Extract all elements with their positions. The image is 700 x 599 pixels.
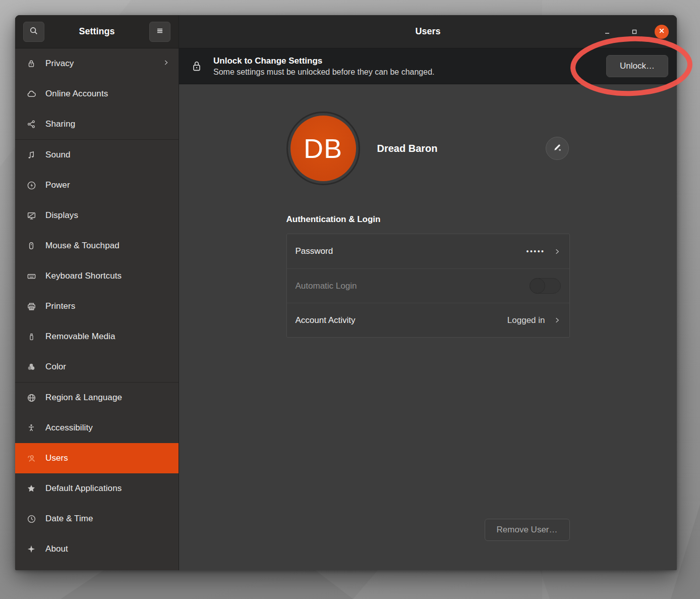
search-button[interactable]	[23, 22, 44, 42]
display-icon	[26, 210, 36, 221]
clock-icon	[26, 514, 36, 524]
account-activity-row[interactable]: Account Activity Logged in	[287, 303, 569, 337]
avatar: DB	[290, 116, 356, 181]
avatar-ring: DB	[286, 112, 360, 185]
sidebar-list: Privacy Online Accounts	[15, 48, 179, 570]
sidebar-item-default-applications[interactable]: Default Applications	[15, 473, 179, 504]
sidebar-item-online-accounts[interactable]: Online Accounts	[15, 79, 179, 109]
sidebar-item-color[interactable]: Color	[15, 352, 179, 382]
chevron-right-icon	[162, 59, 169, 69]
sidebar-item-displays[interactable]: Displays	[15, 200, 179, 231]
close-icon	[658, 27, 665, 36]
sidebar-item-printers[interactable]: Printers	[15, 291, 179, 321]
sidebar-item-accessibility[interactable]: Accessibility	[15, 413, 179, 443]
maximize-button[interactable]	[627, 25, 641, 39]
sidebar-item-label: Accessibility	[45, 423, 169, 433]
sidebar-header: Settings	[15, 15, 179, 48]
power-icon	[26, 180, 36, 190]
color-circles-icon	[26, 362, 36, 372]
sidebar-item-about[interactable]: About	[15, 534, 179, 564]
sidebar-item-label: Users	[45, 453, 169, 463]
toggle-knob	[530, 278, 545, 294]
lock-icon	[191, 60, 202, 72]
cloud-icon	[26, 89, 36, 99]
headerbar: Users	[179, 15, 677, 48]
unlock-banner: Unlock to Change Settings Some settings …	[179, 48, 677, 84]
sidebar-item-label: Sound	[45, 150, 169, 160]
share-icon	[26, 119, 36, 129]
sidebar-item-label: Removable Media	[45, 332, 169, 342]
sidebar-item-label: Region & Language	[45, 393, 169, 403]
sidebar-item-label: Sharing	[45, 119, 169, 129]
unlock-banner-title: Unlock to Change Settings	[213, 56, 435, 66]
sidebar-item-label: Privacy	[45, 59, 162, 69]
user-name: Dread Baron	[377, 143, 438, 154]
close-button[interactable]	[655, 25, 669, 39]
section-heading: Authentication & Login	[286, 214, 570, 225]
account-activity-label: Account Activity	[296, 315, 507, 325]
user-summary: DB Dread Baron	[286, 112, 570, 185]
chevron-right-icon	[553, 316, 561, 324]
sidebar-item-label: Online Accounts	[45, 89, 169, 99]
sidebar-item-label: Default Applications	[45, 483, 169, 494]
unlock-banner-subtitle: Some settings must be unlocked before th…	[213, 68, 435, 77]
lock-icon	[26, 59, 36, 69]
sidebar-item-label: Date & Time	[45, 514, 169, 524]
sidebar-item-privacy[interactable]: Privacy	[15, 48, 179, 79]
remove-user-button[interactable]: Remove User…	[485, 519, 570, 541]
music-note-icon	[26, 150, 36, 160]
sidebar-item-mouse-touchpad[interactable]: Mouse & Touchpad	[15, 231, 179, 261]
auth-login-group: Password ••••• Automatic Login	[286, 234, 570, 338]
sidebar-item-label: Color	[45, 362, 169, 372]
automatic-login-row: Automatic Login	[287, 268, 569, 303]
sidebar-item-label: Displays	[45, 210, 169, 221]
account-activity-value: Logged in	[507, 315, 545, 325]
sidebar-item-label: Keyboard Shortcuts	[45, 271, 169, 281]
content-pane: Users	[179, 15, 677, 570]
sidebar-item-label: Mouse & Touchpad	[45, 241, 169, 251]
usb-drive-icon	[26, 332, 36, 342]
users-icon	[26, 453, 36, 463]
password-label: Password	[296, 246, 527, 256]
sidebar-item-region-language[interactable]: Region & Language	[15, 383, 179, 413]
avatar-initials: DB	[304, 133, 342, 164]
password-dots: •••••	[526, 247, 545, 255]
sidebar-item-power[interactable]: Power	[15, 170, 179, 200]
window-controls	[600, 25, 669, 39]
unlock-banner-text: Unlock to Change Settings Some settings …	[213, 56, 435, 77]
automatic-login-toggle[interactable]	[530, 278, 561, 294]
chevron-right-icon	[553, 248, 561, 255]
app-title: Settings	[44, 26, 149, 37]
hamburger-menu-icon	[155, 26, 164, 37]
sidebar-item-label: Printers	[45, 301, 169, 311]
primary-menu-button[interactable]	[149, 22, 170, 42]
pencil-icon	[553, 143, 562, 154]
mouse-icon	[26, 241, 36, 251]
sidebar-item-removable-media[interactable]: Removable Media	[15, 321, 179, 352]
printer-icon	[26, 301, 36, 311]
password-row[interactable]: Password •••••	[287, 234, 569, 268]
automatic-login-label: Automatic Login	[296, 281, 530, 291]
sidebar-item-date-time[interactable]: Date & Time	[15, 504, 179, 534]
accessibility-icon	[26, 423, 36, 433]
users-panel: DB Dread Baron Authentication & Logi	[179, 84, 677, 570]
search-icon	[29, 26, 38, 37]
keyboard-icon	[26, 271, 36, 281]
settings-window: Settings Privacy	[15, 15, 677, 570]
edit-user-button[interactable]	[546, 137, 569, 160]
minimize-button[interactable]	[600, 25, 614, 39]
sidebar-item-users[interactable]: Users	[15, 443, 179, 473]
sparkle-icon	[26, 544, 36, 554]
sidebar-item-label: About	[45, 544, 169, 554]
sidebar: Settings Privacy	[15, 15, 179, 570]
sidebar-item-label: Power	[45, 180, 169, 190]
sidebar-item-keyboard-shortcuts[interactable]: Keyboard Shortcuts	[15, 261, 179, 291]
unlock-button[interactable]: Unlock…	[606, 55, 668, 77]
globe-icon	[26, 393, 36, 403]
sidebar-item-sharing[interactable]: Sharing	[15, 109, 179, 139]
sidebar-item-sound[interactable]: Sound	[15, 140, 179, 170]
star-icon	[26, 483, 36, 494]
